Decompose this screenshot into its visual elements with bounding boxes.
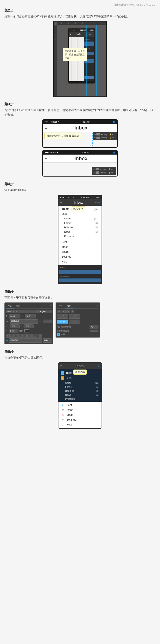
hyphen-select[interactable]: 无 bbox=[90, 325, 98, 329]
select-checkbox-row: 选字 bbox=[57, 333, 98, 336]
small-caps-button[interactable]: Tt bbox=[38, 334, 42, 338]
indent-right-input[interactable]: 0 点 bbox=[69, 314, 80, 319]
step6-hobbies[interactable]: Hobbies (5) bbox=[65, 389, 102, 393]
height-input[interactable]: 100% bbox=[24, 324, 34, 328]
step-4-desc: 添加菜单到矩形内。 bbox=[4, 188, 156, 192]
super-button[interactable]: T¹ bbox=[22, 334, 27, 338]
step6-settings[interactable]: ⚙ Settings bbox=[58, 417, 102, 422]
step6-nav: ≡ Inbox ✏ bbox=[58, 363, 102, 369]
lang-select[interactable]: 美国英语 bbox=[9, 338, 42, 343]
step6-trash[interactable]: 🗑 Trash bbox=[58, 408, 102, 412]
menu-divider-1 bbox=[58, 239, 102, 239]
trash-icon: 🗑 bbox=[61, 408, 65, 412]
step-6-title: 第6步 bbox=[4, 350, 156, 354]
status-bar-step3-1: ●●●●○○ BELL ▼ 4:21 PM 🔵 bbox=[43, 120, 117, 124]
aa-select[interactable]: 锐利 bbox=[43, 338, 52, 343]
font-family-input[interactable]: Open Sans bbox=[6, 310, 38, 313]
space-after-input[interactable]: 0 点 bbox=[69, 320, 80, 324]
step6-phone-wrapper: ≡ Inbox ✏ ✉ Inbox 🏷 L bbox=[58, 362, 102, 428]
tab-para-2[interactable]: 段落 bbox=[65, 304, 73, 308]
menu-item-label[interactable]: Label bbox=[58, 212, 102, 216]
tab-char[interactable]: 字符 bbox=[6, 304, 14, 308]
menu-item-family[interactable]: Family (3) bbox=[58, 221, 102, 225]
step5-panels: 字符 段落 ✕ Open Sans Regular T 30 点 ↕ 24 点 bbox=[4, 302, 156, 344]
menu-item-spam[interactable]: Spam bbox=[58, 250, 102, 254]
hyphen-row: 避头尾法则设置 无 bbox=[57, 325, 98, 329]
strikethrough-button[interactable]: T bbox=[18, 334, 22, 338]
tab-char-2[interactable]: 字符 bbox=[57, 304, 65, 308]
lang-aa-row: 🌐 美国英语 锐利 bbox=[6, 338, 52, 343]
char-panel: 字符 段落 ✕ Open Sans Regular T 30 点 ↕ 24 点 bbox=[4, 302, 53, 344]
color-swatch[interactable] bbox=[24, 329, 29, 332]
width-height-row: IT 100% T 100% bbox=[6, 324, 52, 328]
align-buttons: ≡ ≡ ≡ ≡ bbox=[57, 310, 98, 313]
justify-button[interactable]: ≡ bbox=[71, 310, 74, 313]
nav-bar-step3-2: ≡ Inbox bbox=[43, 154, 117, 162]
space-before-row: 45 点 0 点 bbox=[57, 320, 98, 324]
font-row: Open Sans Regular bbox=[6, 310, 52, 313]
sent-icon: ▶ bbox=[61, 404, 65, 406]
step-2-block: 第2步 给制一个与占画布宽度约60%的白色矩形形状，双击形状，设置与第5.2节中… bbox=[4, 8, 156, 96]
para-panel-close-icon[interactable]: ✕ bbox=[97, 304, 98, 308]
align-left-button[interactable]: ≡ bbox=[57, 310, 61, 313]
panel-close-icon[interactable]: ✕ bbox=[50, 304, 52, 308]
italic-button[interactable]: T bbox=[10, 334, 14, 338]
menu-item-hobbies[interactable]: Hobbies (5) bbox=[58, 225, 102, 230]
step6-news[interactable]: News (2) bbox=[65, 393, 102, 397]
step6-sub-items: Office (12) Family (3) Hobbies (5) bbox=[58, 381, 102, 401]
font-size-input[interactable]: 30 点 bbox=[9, 314, 20, 318]
label-icon: 🏷 bbox=[61, 376, 64, 380]
para-panel-tabs: 字符 段落 ✕ bbox=[57, 304, 98, 309]
step6-menu-white: ▶ Sent 🗑 Trash ⚠ Spam ⚙ bbox=[58, 402, 102, 428]
step4-menu-content: Inbox (22) Label Office (12) Family (3 bbox=[58, 206, 102, 265]
step-2-title: 第2步 bbox=[4, 8, 156, 13]
inbox-icon: ✉ bbox=[61, 371, 64, 375]
menu-item-trash[interactable]: Trash bbox=[58, 244, 102, 250]
kern-track-row: VA 度量标准 VA 0 bbox=[6, 319, 52, 324]
font-style-input[interactable]: Regular bbox=[38, 310, 52, 313]
baseline-input[interactable]: 0 点 bbox=[9, 329, 18, 333]
menu-item-sent[interactable]: Sent bbox=[58, 240, 102, 244]
kern-input[interactable]: 度量标准 bbox=[10, 319, 38, 324]
step3-phone2: ●●●○○ BELL ▼ 4:21 PM 🔵 ≡ Inbox 👁 bbox=[42, 150, 118, 176]
step6-help[interactable]: ? Help bbox=[58, 422, 102, 427]
size-leading-row: T 30 点 ↕ 24 点 bbox=[6, 314, 52, 318]
step6-family[interactable]: Family (3) bbox=[65, 385, 102, 389]
guide-v-4 bbox=[96, 25, 97, 96]
screen-content-step3-2: 👁 Rectang... 🔒 Fr 👁 Rectang... 🔒 Fr bbox=[43, 162, 117, 176]
align-center-button[interactable]: ≡ bbox=[62, 310, 65, 313]
compose-select[interactable] bbox=[90, 330, 98, 332]
ps-canvas-step2: | | | | | | | | | | | | | | | | bbox=[53, 21, 107, 96]
step-6-block: 第6步 在每个菜单项的旁边添加图标。 ≡ Inbox ✏ ✉ bbox=[4, 350, 156, 428]
baseline-color-row: A 0 点 颜色: bbox=[6, 329, 52, 333]
width-input[interactable]: 100% bbox=[10, 324, 20, 328]
menu-item-settings[interactable]: Settings bbox=[58, 254, 102, 259]
page-wrapper: 思建设计论坛 www.FOSSS-UJIN.COM 第2步 给制一个与占画布宽度… bbox=[0, 0, 160, 440]
align-right-button[interactable]: ≡ bbox=[66, 310, 70, 313]
tab-para-1[interactable]: 段落 bbox=[14, 304, 22, 308]
step6-spam[interactable]: ⚠ Spam bbox=[58, 412, 102, 417]
status-bar-step2: ●●●●○○ 4:21 PM 22% bbox=[69, 28, 94, 32]
step6-menu-item-label[interactable]: 🏷 Label bbox=[58, 376, 102, 381]
leading-input[interactable]: 24 点 bbox=[25, 314, 36, 318]
menu-item-products[interactable]: Products bbox=[58, 234, 102, 238]
indent-left-input[interactable]: 0 点 bbox=[57, 314, 68, 319]
step-4-block: 第4步 添加菜单到矩形内。 ●●●○○ BELL ▼ 4:21 PM 22% ≡… bbox=[4, 182, 156, 284]
settings-icon: ⚙ bbox=[61, 418, 65, 421]
step6-sent[interactable]: ▶ Sent bbox=[58, 402, 102, 408]
step-3-desc: 选择它的上部区域添加画层蒙版，填充黑色。确定激活图层蒙版隐藏效果的图层样式对话框… bbox=[4, 108, 156, 117]
step6-products[interactable]: Products bbox=[65, 397, 102, 401]
select-checkbox[interactable] bbox=[57, 333, 60, 336]
step6-office[interactable]: Office (12) bbox=[65, 381, 102, 385]
sub-button[interactable]: T₁ bbox=[27, 334, 32, 338]
menu-item-office[interactable]: Office (12) bbox=[58, 216, 102, 221]
menu-item-news[interactable]: News (2) bbox=[58, 230, 102, 234]
caps-button[interactable]: TT bbox=[32, 334, 37, 338]
track-input[interactable]: 0 bbox=[43, 320, 52, 323]
bold-button[interactable]: T bbox=[6, 334, 10, 338]
underline-button[interactable]: T bbox=[14, 334, 18, 338]
menu-item-help[interactable]: Help bbox=[58, 259, 102, 264]
space-before-input[interactable]: 45 点 bbox=[57, 320, 68, 324]
step4-status: ●●●○○ BELL ▼ 4:21 PM 22% bbox=[58, 196, 102, 200]
site-name: 思建设计论坛 www.FOSSS-UJIN.COM bbox=[114, 3, 156, 6]
